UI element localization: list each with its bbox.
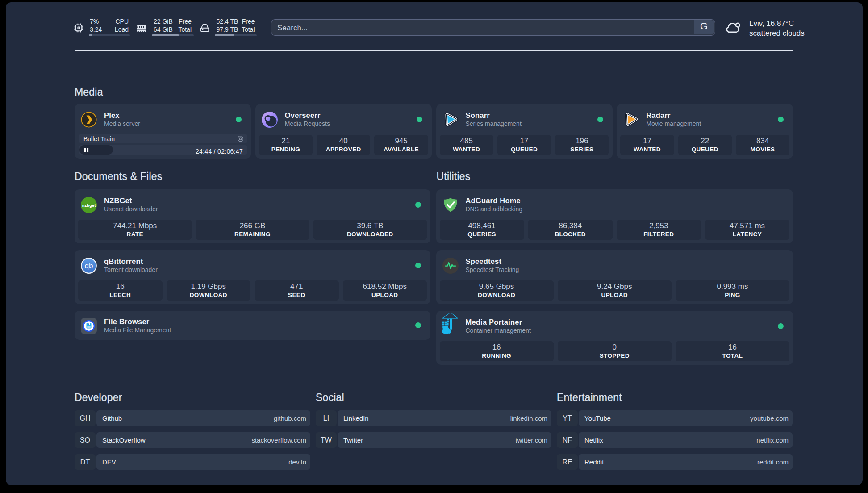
svg-text:qb: qb <box>85 262 93 270</box>
svg-text:nzbget: nzbget <box>82 203 96 208</box>
